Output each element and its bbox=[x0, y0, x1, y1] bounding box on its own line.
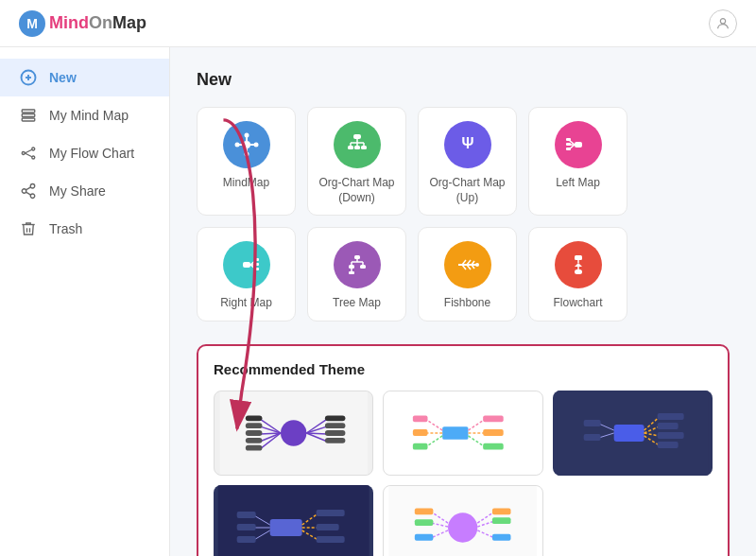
svg-rect-43 bbox=[243, 262, 250, 268]
svg-rect-145 bbox=[492, 508, 511, 514]
org-up-label: Org-Chart Map (Up) bbox=[426, 176, 508, 205]
svg-rect-80 bbox=[246, 423, 263, 428]
logo-icon: M bbox=[19, 10, 45, 37]
svg-point-7 bbox=[22, 152, 25, 155]
share-icon bbox=[19, 182, 38, 200]
sidebar-item-my-flow-chart[interactable]: My Flow Chart bbox=[0, 134, 169, 172]
theme-card-4[interactable] bbox=[214, 485, 373, 556]
sidebar-item-flowchart-label: My Flow Chart bbox=[49, 146, 134, 161]
svg-rect-91 bbox=[325, 438, 346, 443]
theme-card-5[interactable] bbox=[383, 485, 542, 556]
sidebar-item-new-label: New bbox=[49, 70, 77, 85]
svg-point-73 bbox=[281, 420, 306, 445]
flowchart-nav-icon bbox=[19, 144, 38, 163]
tree-map-icon bbox=[334, 241, 381, 288]
svg-rect-113 bbox=[657, 423, 678, 429]
svg-rect-103 bbox=[484, 415, 505, 422]
svg-point-23 bbox=[244, 152, 249, 157]
svg-rect-97 bbox=[413, 415, 428, 422]
svg-rect-26 bbox=[353, 134, 361, 139]
svg-point-17 bbox=[243, 141, 250, 148]
theme-card-3[interactable] bbox=[553, 391, 713, 476]
recommended-title: Recommended Theme bbox=[214, 361, 713, 377]
map-card-fishbone[interactable]: Fishbone bbox=[418, 227, 517, 321]
svg-rect-32 bbox=[348, 146, 353, 149]
recommended-theme-section: Recommended Theme bbox=[197, 344, 730, 556]
fishbone-label: Fishbone bbox=[444, 296, 490, 311]
org-down-label: Org-Chart Map(Down) bbox=[318, 176, 394, 205]
map-card-left[interactable]: Left Map bbox=[528, 107, 627, 216]
svg-rect-125 bbox=[317, 510, 345, 516]
svg-rect-114 bbox=[657, 432, 683, 439]
svg-rect-50 bbox=[354, 255, 360, 259]
map-card-mindmap[interactable]: MindMap bbox=[197, 107, 296, 216]
svg-marker-69 bbox=[575, 263, 582, 267]
sidebar-item-mymindmap-label: My Mind Map bbox=[49, 108, 129, 123]
svg-rect-112 bbox=[657, 413, 683, 420]
sidebar-item-my-share[interactable]: My Share bbox=[0, 172, 169, 210]
layers-icon bbox=[19, 106, 38, 125]
map-card-right[interactable]: Right Map bbox=[197, 227, 296, 321]
main-content: New MindMap bbox=[170, 47, 756, 556]
svg-point-12 bbox=[30, 184, 35, 189]
fishbone-icon bbox=[444, 241, 491, 288]
svg-rect-107 bbox=[613, 425, 644, 442]
svg-rect-4 bbox=[22, 110, 35, 113]
svg-rect-89 bbox=[325, 423, 346, 428]
svg-point-24 bbox=[234, 143, 239, 148]
left-map-label: Left Map bbox=[556, 176, 600, 191]
svg-point-13 bbox=[22, 189, 26, 194]
svg-rect-34 bbox=[361, 146, 367, 149]
svg-rect-67 bbox=[575, 255, 582, 260]
svg-point-135 bbox=[448, 513, 477, 542]
map-card-org-up[interactable]: Ψ Org-Chart Map (Up) bbox=[418, 107, 517, 216]
map-type-grid: MindMap Org-C bbox=[197, 107, 730, 321]
mindmap-icon bbox=[223, 121, 270, 168]
flowchart-icon bbox=[555, 241, 602, 288]
svg-rect-33 bbox=[354, 146, 360, 149]
svg-line-16 bbox=[26, 187, 30, 190]
right-map-label: Right Map bbox=[220, 296, 272, 311]
svg-rect-141 bbox=[415, 534, 434, 541]
svg-rect-147 bbox=[492, 534, 511, 541]
map-card-org-down[interactable]: Org-Chart Map(Down) bbox=[307, 107, 406, 216]
svg-rect-5 bbox=[22, 114, 35, 117]
svg-rect-98 bbox=[413, 429, 428, 436]
header: M MindOnMap bbox=[0, 0, 756, 47]
svg-rect-121 bbox=[270, 519, 302, 536]
svg-rect-6 bbox=[22, 118, 35, 121]
logo-text: MindOnMap bbox=[49, 13, 146, 33]
svg-rect-71 bbox=[575, 269, 582, 274]
map-card-tree[interactable]: Tree Map bbox=[307, 227, 406, 321]
left-map-icon bbox=[555, 121, 602, 168]
svg-rect-79 bbox=[246, 415, 263, 421]
svg-rect-83 bbox=[246, 444, 263, 450]
mindmap-label: MindMap bbox=[223, 176, 269, 191]
theme-card-2[interactable] bbox=[383, 391, 542, 476]
svg-rect-131 bbox=[237, 512, 256, 518]
org-up-icon: Ψ bbox=[444, 121, 491, 168]
app-layout: New My Mind Map My Flow Chart bbox=[0, 47, 756, 556]
svg-point-60 bbox=[475, 263, 479, 267]
trash-icon bbox=[19, 219, 38, 238]
svg-rect-81 bbox=[246, 430, 263, 436]
svg-rect-139 bbox=[415, 508, 434, 514]
sidebar-item-trash[interactable]: Trash bbox=[0, 210, 169, 248]
sidebar-item-my-mind-map[interactable]: My Mind Map bbox=[0, 96, 169, 134]
svg-rect-42 bbox=[566, 148, 571, 150]
svg-rect-88 bbox=[325, 415, 346, 421]
flowchart-label: Flowchart bbox=[553, 296, 602, 311]
svg-rect-48 bbox=[254, 263, 259, 266]
svg-rect-56 bbox=[360, 265, 366, 269]
svg-line-10 bbox=[25, 149, 32, 153]
svg-rect-119 bbox=[583, 434, 600, 441]
right-map-icon bbox=[223, 241, 270, 288]
svg-point-9 bbox=[32, 156, 35, 159]
user-icon[interactable] bbox=[709, 9, 737, 38]
sidebar-item-new[interactable]: New bbox=[0, 59, 169, 96]
new-section-title: New bbox=[197, 70, 730, 90]
svg-point-14 bbox=[30, 194, 35, 199]
theme-card-1[interactable] bbox=[214, 391, 373, 476]
map-card-flowchart[interactable]: Flowchart bbox=[528, 227, 627, 321]
svg-rect-118 bbox=[583, 420, 600, 426]
